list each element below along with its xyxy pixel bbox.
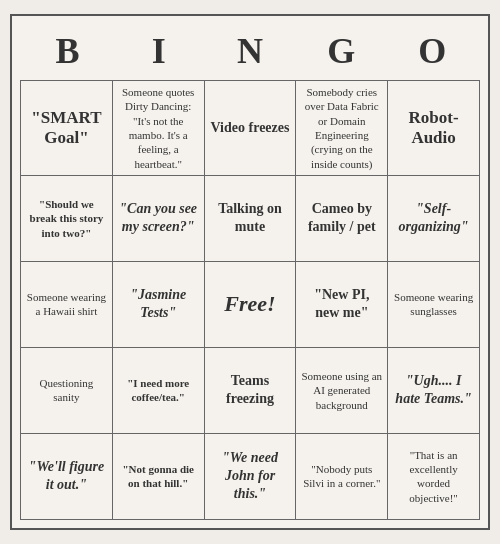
bingo-cell[interactable]: Video freezes [205, 81, 297, 176]
bingo-cell[interactable]: Someone wearing sunglasses [388, 262, 480, 348]
cell-text: Someone wearing a Hawaii shirt [26, 290, 107, 319]
bingo-cell[interactable]: "That is an excellently worded objective… [388, 434, 480, 520]
cell-text: "Ugh.... I hate Teams." [393, 372, 474, 408]
cell-text: Teams freezing [210, 372, 291, 408]
bingo-cell[interactable]: Questioning sanity [21, 348, 113, 434]
bingo-cell[interactable]: "We need John for this." [205, 434, 297, 520]
cell-text: "SMART Goal" [26, 108, 107, 149]
bingo-cell[interactable]: Robot-Audio [388, 81, 480, 176]
bingo-cell[interactable]: "Should we break this story into two?" [21, 176, 113, 262]
bingo-grid: "SMART Goal"Someone quotes Dirty Dancing… [20, 80, 480, 520]
cell-text: Talking on mute [210, 200, 291, 236]
title-b: B [24, 30, 112, 72]
bingo-title: B I N G O [20, 24, 480, 80]
bingo-cell[interactable]: "New PI, new me" [296, 262, 388, 348]
bingo-card: B I N G O "SMART Goal"Someone quotes Dir… [10, 14, 490, 530]
title-g: G [297, 30, 385, 72]
cell-text: "We'll figure it out." [26, 458, 107, 494]
bingo-cell[interactable]: "Ugh.... I hate Teams." [388, 348, 480, 434]
cell-text: "Should we break this story into two?" [26, 197, 107, 240]
cell-text: "I need more coffee/tea." [118, 376, 199, 405]
cell-text: "Can you see my screen?" [118, 200, 199, 236]
title-i: I [115, 30, 203, 72]
cell-text: Questioning sanity [26, 376, 107, 405]
bingo-cell[interactable]: "SMART Goal" [21, 81, 113, 176]
cell-text: "We need John for this." [210, 449, 291, 504]
cell-text: Robot-Audio [393, 108, 474, 149]
bingo-cell[interactable]: "Self-organizing" [388, 176, 480, 262]
bingo-cell[interactable]: Talking on mute [205, 176, 297, 262]
bingo-cell[interactable]: Cameo by family / pet [296, 176, 388, 262]
cell-text: Somebody cries over Data Fabric or Domai… [301, 85, 382, 171]
cell-text: "New PI, new me" [301, 286, 382, 322]
cell-text: "Not gonna die on that hill." [118, 462, 199, 491]
bingo-cell[interactable]: "Jasmine Tests" [113, 262, 205, 348]
bingo-cell[interactable]: "We'll figure it out." [21, 434, 113, 520]
title-n: N [206, 30, 294, 72]
bingo-cell[interactable]: "Not gonna die on that hill." [113, 434, 205, 520]
cell-text: "Self-organizing" [393, 200, 474, 236]
cell-text: Cameo by family / pet [301, 200, 382, 236]
bingo-cell[interactable]: Teams freezing [205, 348, 297, 434]
cell-text: Someone quotes Dirty Dancing: "It's not … [118, 85, 199, 171]
bingo-cell[interactable]: Free! [205, 262, 297, 348]
cell-text: Someone wearing sunglasses [393, 290, 474, 319]
cell-text: "Jasmine Tests" [118, 286, 199, 322]
bingo-cell[interactable]: "Can you see my screen?" [113, 176, 205, 262]
bingo-cell[interactable]: "Nobody puts Silvi in a corner." [296, 434, 388, 520]
bingo-cell[interactable]: Someone quotes Dirty Dancing: "It's not … [113, 81, 205, 176]
cell-text: Free! [224, 290, 275, 319]
cell-text: "That is an excellently worded objective… [393, 448, 474, 505]
cell-text: "Nobody puts Silvi in a corner." [301, 462, 382, 491]
cell-text: Someone using an AI generated background [301, 369, 382, 412]
bingo-cell[interactable]: Somebody cries over Data Fabric or Domai… [296, 81, 388, 176]
bingo-cell[interactable]: "I need more coffee/tea." [113, 348, 205, 434]
bingo-cell[interactable]: Someone using an AI generated background [296, 348, 388, 434]
cell-text: Video freezes [211, 119, 290, 137]
bingo-cell[interactable]: Someone wearing a Hawaii shirt [21, 262, 113, 348]
title-o: O [388, 30, 476, 72]
